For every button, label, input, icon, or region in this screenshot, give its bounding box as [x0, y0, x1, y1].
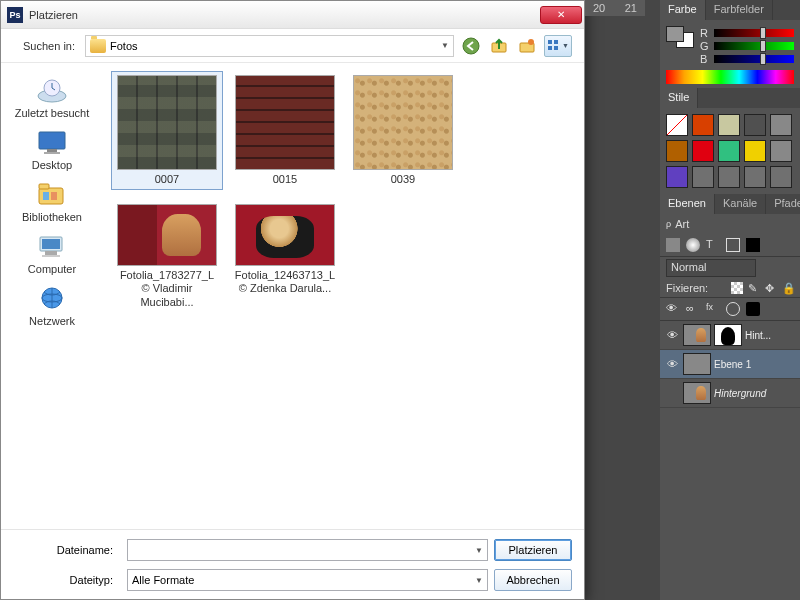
- search-row: Suchen in: Fotos ▼ ▼: [1, 29, 584, 63]
- lock-all-icon[interactable]: 🔒: [782, 282, 794, 294]
- lock-paint-icon[interactable]: ✎: [748, 282, 760, 294]
- sidebar-item-label: Desktop: [32, 159, 72, 171]
- sidebar-item-network[interactable]: Netzwerk: [29, 283, 75, 327]
- thumbnail-item[interactable]: Fotolia_1783277_L © Vladimir Mucibabi...: [111, 200, 223, 313]
- thumbnails-area: 000700150039Fotolia_1783277_L © Vladimir…: [103, 63, 584, 529]
- foreground-swatch[interactable]: [666, 26, 684, 42]
- style-swatch[interactable]: [692, 166, 714, 188]
- layer-name: Ebene 1: [714, 359, 796, 370]
- tab-kanaele[interactable]: Kanäle: [715, 194, 766, 214]
- style-swatch[interactable]: [718, 114, 740, 136]
- visibility-toggle[interactable]: 👁: [664, 358, 680, 370]
- chevron-down-icon: ▼: [475, 546, 483, 555]
- sidebar-item-libraries[interactable]: Bibliotheken: [22, 179, 82, 223]
- lock-transparent-icon[interactable]: [731, 282, 743, 294]
- chevron-down-icon: ▼: [562, 42, 569, 49]
- shape-layer-icon[interactable]: [746, 302, 760, 316]
- layer-row[interactable]: 👁Hint...: [660, 321, 800, 350]
- sidebar-item-computer[interactable]: Computer: [28, 231, 76, 275]
- new-folder-button[interactable]: [516, 35, 538, 57]
- layer-name: Hintergrund: [714, 388, 796, 399]
- view-menu-button[interactable]: ▼: [544, 35, 572, 57]
- style-swatch[interactable]: [692, 140, 714, 162]
- layer-row[interactable]: 👁Ebene 1: [660, 350, 800, 379]
- sidebar-item-recent[interactable]: Zuletzt besucht: [15, 75, 90, 119]
- filename-input[interactable]: ▼: [127, 539, 488, 561]
- tab-farbe[interactable]: Farbe: [660, 0, 706, 20]
- style-swatch[interactable]: [666, 166, 688, 188]
- thumbnail-image: [235, 75, 335, 170]
- thumbnail-item[interactable]: 0015: [229, 71, 341, 190]
- filename-label: Dateiname:: [13, 544, 121, 556]
- style-swatch[interactable]: [770, 114, 792, 136]
- desktop-icon: [34, 127, 70, 157]
- place-dialog: Ps Platzieren ✕ Suchen in: Fotos ▼ ▼ Zul…: [0, 0, 585, 600]
- thumbnail-caption: 0015: [273, 173, 297, 186]
- lock-move-icon[interactable]: ✥: [765, 282, 777, 294]
- svg-rect-20: [42, 255, 60, 257]
- filetype-label: Dateityp:: [13, 574, 121, 586]
- slider-g[interactable]: [714, 42, 794, 50]
- slider-b[interactable]: [714, 55, 794, 63]
- visibility-toggle[interactable]: 👁: [664, 329, 680, 341]
- right-panels: Farbe Farbfelder R G B Stile Ebenen Kanä…: [660, 0, 800, 600]
- thumbnail-item[interactable]: 0007: [111, 71, 223, 190]
- layer-type-label: Art: [675, 218, 689, 230]
- tab-farbfelder[interactable]: Farbfelder: [706, 0, 773, 20]
- fx-icon[interactable]: fx: [706, 302, 720, 316]
- svg-point-3: [528, 39, 534, 45]
- style-swatch[interactable]: [744, 140, 766, 162]
- style-swatch[interactable]: [744, 114, 766, 136]
- style-swatch[interactable]: [718, 166, 740, 188]
- back-button[interactable]: [460, 35, 482, 57]
- places-sidebar: Zuletzt besuchtDesktopBibliothekenComput…: [1, 63, 103, 529]
- folder-select[interactable]: Fotos ▼: [85, 35, 454, 57]
- filter-text-icon[interactable]: T: [706, 238, 720, 252]
- mask-icon[interactable]: [726, 302, 740, 316]
- filter-adjust-icon[interactable]: [686, 238, 700, 252]
- style-swatch[interactable]: [666, 140, 688, 162]
- layer-row[interactable]: Hintergrund: [660, 379, 800, 408]
- tab-ebenen[interactable]: Ebenen: [660, 194, 715, 214]
- close-button[interactable]: ✕: [540, 6, 582, 24]
- tab-stile[interactable]: Stile: [660, 88, 698, 108]
- place-button[interactable]: Platzieren: [494, 539, 572, 561]
- style-swatch[interactable]: [692, 114, 714, 136]
- blend-mode-select[interactable]: Normal: [666, 259, 756, 277]
- slider-r[interactable]: [714, 29, 794, 37]
- style-swatch[interactable]: [666, 114, 688, 136]
- thumbnail-caption: Fotolia_1783277_L © Vladimir Mucibabi...: [115, 269, 219, 309]
- cancel-button[interactable]: Abbrechen: [494, 569, 572, 591]
- tab-pfade[interactable]: Pfade: [766, 194, 800, 214]
- layers-panel-tabs: Ebenen Kanäle Pfade: [660, 194, 800, 214]
- style-swatch[interactable]: [770, 140, 792, 162]
- thumbnail-caption: Fotolia_12463713_L © Zdenka Darula...: [233, 269, 337, 295]
- svg-rect-15: [43, 192, 49, 200]
- eye-icon: 👁: [666, 302, 680, 316]
- search-label: Suchen in:: [13, 40, 75, 52]
- folder-icon: [90, 39, 106, 53]
- thumbnail-item[interactable]: Fotolia_12463713_L © Zdenka Darula...: [229, 200, 341, 313]
- sidebar-item-label: Bibliotheken: [22, 211, 82, 223]
- up-button[interactable]: [488, 35, 510, 57]
- new-folder-icon: [518, 37, 536, 55]
- sidebar-item-desktop[interactable]: Desktop: [32, 127, 72, 171]
- layer-top-icons-row: 👁 ∞ fx: [660, 298, 800, 321]
- computer-icon: [34, 231, 70, 261]
- thumbnail-item[interactable]: 0039: [347, 71, 459, 190]
- svg-rect-14: [39, 184, 49, 189]
- thumbnail-image: [353, 75, 453, 170]
- sidebar-item-label: Netzwerk: [29, 315, 75, 327]
- style-swatch[interactable]: [744, 166, 766, 188]
- layer-thumbnail: [683, 324, 711, 346]
- filetype-select[interactable]: Alle Formate ▼: [127, 569, 488, 591]
- style-swatch[interactable]: [770, 166, 792, 188]
- style-swatch[interactable]: [718, 140, 740, 162]
- filter-smart-icon[interactable]: [746, 238, 760, 252]
- filter-shape-icon[interactable]: [726, 238, 740, 252]
- filter-pixel-icon[interactable]: [666, 238, 680, 252]
- link-icon[interactable]: ∞: [686, 302, 700, 316]
- recent-icon: [34, 75, 70, 105]
- fg-bg-swatches[interactable]: [666, 26, 694, 63]
- spectrum-bar[interactable]: [666, 70, 794, 84]
